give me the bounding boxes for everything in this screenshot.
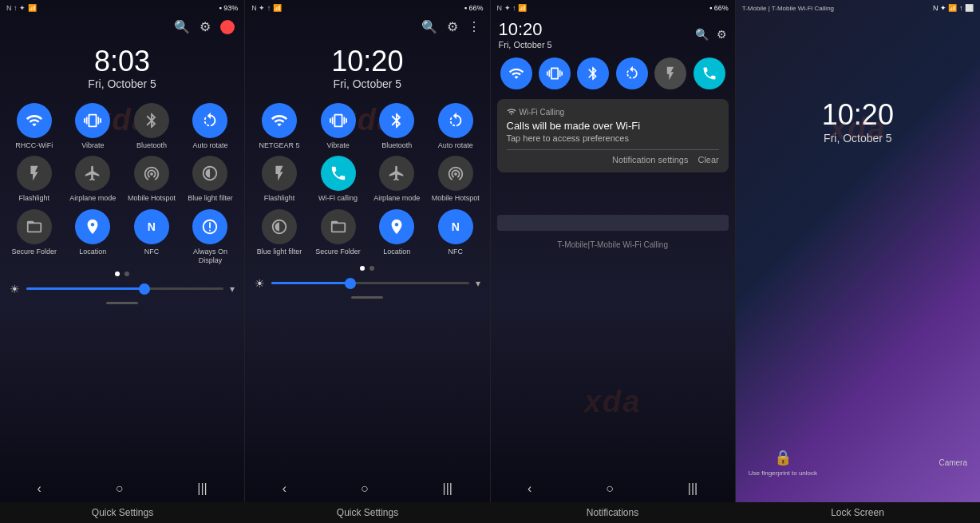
brightness-icon-2: ☀: [255, 277, 265, 290]
battery-icon-3: ▪ 66%: [709, 4, 729, 12]
lock-screen-bottom: 🔒 Use fingerprint to unlock Camera: [736, 442, 980, 483]
tile-label-wifi-1: RHCC-WiFi: [15, 141, 53, 150]
notif-clear-action[interactable]: Clear: [697, 155, 718, 164]
tiles-grid-2a: NETGEAR 5 Vibrate Bluetooth: [245, 103, 489, 150]
tile-folder-2[interactable]: Secure Folder: [312, 209, 365, 256]
tile-bluelight-2[interactable]: Blue light filter: [253, 209, 306, 256]
tile-hotspot-1[interactable]: Mobile Hotspot: [125, 156, 178, 203]
tile-label-location-1: Location: [79, 248, 106, 256]
tile-location-1[interactable]: Location: [67, 209, 120, 265]
brightness-expand-1[interactable]: ▾: [230, 283, 235, 295]
notification-card[interactable]: Wi-Fi Calling Calls will be made over Wi…: [497, 99, 729, 172]
tile-vibrate-2[interactable]: Vibrate: [312, 103, 365, 150]
notif-tile-wifi[interactable]: [500, 57, 532, 89]
recent-button-3[interactable]: |||: [688, 481, 697, 496]
notif-tile-bluetooth[interactable]: [577, 57, 609, 89]
status-bar-1: N ↑ ✦ 📶 ▪ 93%: [0, 0, 244, 16]
tile-bluetooth-2[interactable]: Bluetooth: [370, 103, 423, 150]
settings-icon-3[interactable]: ⚙: [717, 28, 727, 41]
tile-icon-airplane-1: [75, 156, 110, 191]
brightness-expand-2[interactable]: ▾: [476, 278, 480, 289]
tile-flashlight-2[interactable]: Flashlight: [253, 156, 306, 203]
brightness-slider-2[interactable]: [271, 282, 468, 284]
notif-time-row: 10:20 Fri, October 5 🔍 ⚙: [491, 16, 735, 53]
back-button-3[interactable]: ‹: [528, 481, 531, 496]
tile-folder-1[interactable]: Secure Folder: [8, 209, 61, 265]
tile-label-bluetooth-1: Bluetooth: [136, 141, 167, 150]
brightness-thumb-1: [139, 283, 150, 295]
tile-vibrate-1[interactable]: Vibrate: [67, 103, 120, 150]
settings-icon-2[interactable]: ⚙: [447, 19, 458, 34]
search-icon-3[interactable]: 🔍: [695, 28, 709, 41]
home-button-3[interactable]: ○: [606, 481, 614, 496]
tile-airplane-1[interactable]: Airplane mode: [67, 156, 120, 203]
brightness-thumb-2: [345, 278, 356, 289]
tile-nfc-2[interactable]: N NFC: [429, 209, 482, 256]
tile-icon-folder-1: [17, 209, 52, 244]
settings-icon-1[interactable]: ⚙: [200, 19, 211, 34]
search-icon-2[interactable]: 🔍: [421, 19, 437, 34]
tile-hotspot-2[interactable]: Mobile Hotspot: [429, 156, 482, 203]
tile-icon-flashlight-2: [262, 156, 297, 191]
more-icon-2[interactable]: ⋮: [468, 19, 480, 34]
tile-airplane-2[interactable]: Airplane mode: [370, 156, 423, 203]
status-right-2: ▪ 66%: [464, 4, 484, 12]
status-carrier-4: T-Mobile | T-Mobile Wi-Fi Calling: [742, 5, 834, 12]
tile-wifi-2[interactable]: NETGEAR 5: [253, 103, 306, 150]
carrier-bottom-3: T-Mobile|T-Mobile Wi-Fi Calling: [491, 237, 735, 252]
blurred-bar-3: [497, 215, 729, 231]
status-bar-2: N ✦ ↑ 📶 ▪ 66%: [245, 0, 489, 16]
recent-button-1[interactable]: |||: [197, 481, 207, 496]
status-icons-4: N ✦ 📶 ↑ ⬜: [933, 4, 974, 12]
tile-flashlight-1[interactable]: Flashlight: [8, 156, 61, 203]
battery-icon-1: ▪ 93%: [219, 4, 239, 12]
tile-label-nfc-2: NFC: [448, 248, 463, 256]
tile-bluelight-1[interactable]: Blue light filter: [184, 156, 237, 203]
notif-icon-bluetooth: [577, 57, 609, 89]
tiles-grid-2c: Blue light filter Secure Folder Location: [245, 209, 489, 256]
battery-icon-2: ▪ 66%: [464, 4, 484, 12]
tile-wificalling-2[interactable]: Wi-Fi calling: [312, 156, 365, 203]
tile-wifi-1[interactable]: RHCC-WiFi: [8, 103, 61, 150]
brightness-slider-1[interactable]: [26, 287, 223, 290]
notif-card-actions: Notification settings Clear: [507, 149, 719, 164]
tile-label-hotspot-1: Mobile Hotspot: [128, 194, 176, 203]
dot-inactive-2: [369, 266, 374, 271]
notif-tile-vibrate[interactable]: [539, 57, 571, 89]
notif-tile-wificalling[interactable]: [694, 57, 725, 89]
tile-icon-bluelight-1: [192, 156, 227, 191]
tile-label-location-2: Location: [383, 248, 410, 256]
lock-clock-date: Fri, October 5: [736, 132, 980, 145]
brightness-fill-2: [271, 282, 350, 284]
tile-icon-location-1: [75, 209, 110, 244]
tile-autorotate-1[interactable]: Auto rotate: [184, 103, 237, 150]
tile-label-hotspot-2: Mobile Hotspot: [432, 194, 480, 203]
home-button-1[interactable]: ○: [116, 481, 124, 496]
tile-icon-hotspot-2: [438, 156, 473, 191]
nav-bar-2: ‹ ○ |||: [245, 475, 489, 502]
notif-tile-autorotate[interactable]: [616, 57, 648, 89]
search-icon-1[interactable]: 🔍: [174, 19, 190, 34]
clock-time-1: 8:03: [0, 46, 244, 77]
tiles-grid-1: RHCC-WiFi Vibrate Bluetooth: [0, 103, 244, 265]
notification-dot-1[interactable]: [220, 20, 235, 34]
tile-bluetooth-1[interactable]: Bluetooth: [125, 103, 178, 150]
brightness-row-1: ☀ ▾: [0, 279, 244, 299]
tile-autorotate-2[interactable]: Auto rotate: [429, 103, 482, 150]
tile-nfc-1[interactable]: N NFC: [125, 209, 178, 265]
nav-bar-4: [736, 489, 980, 502]
tile-icon-nfc-1: N: [134, 209, 169, 244]
status-carrier-1: N ↑ ✦ 📶: [6, 4, 37, 12]
notif-tiles-row: [491, 53, 735, 94]
tile-location-2[interactable]: Location: [370, 209, 423, 256]
status-carrier-3: N ✦ ↑ 📶: [497, 4, 528, 12]
notif-tile-flashlight[interactable]: [654, 57, 686, 89]
home-button-2[interactable]: ○: [361, 481, 369, 496]
camera-label[interactable]: Camera: [939, 458, 967, 467]
notif-settings-action[interactable]: Notification settings: [612, 155, 688, 164]
back-button-2[interactable]: ‹: [283, 481, 286, 496]
tile-icon-flashlight-1: [17, 156, 52, 191]
tile-aod-1[interactable]: Always On Display: [184, 209, 237, 265]
back-button-1[interactable]: ‹: [37, 481, 41, 496]
recent-button-2[interactable]: |||: [443, 481, 452, 496]
